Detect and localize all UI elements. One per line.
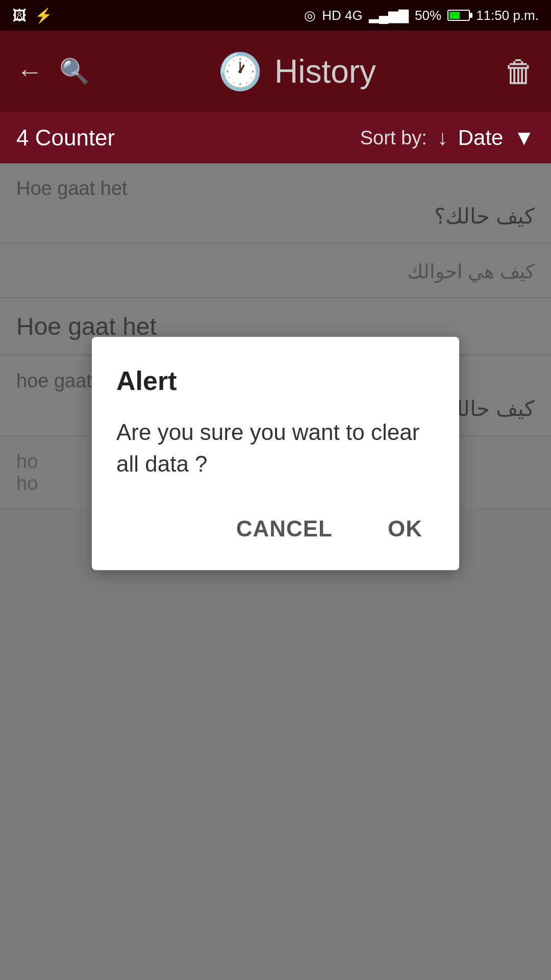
toolbar-title-group: 🕐 History bbox=[106, 51, 488, 92]
status-left-icons: 🖼 ⚡ bbox=[12, 7, 53, 24]
sort-by-label: Sort by: bbox=[360, 127, 427, 149]
status-right-info: ◎ HD 4G ▂▄▆▇ 50% 11:50 p.m. bbox=[304, 8, 539, 23]
dialog-overlay: Alert Are you sure you want to clear all… bbox=[0, 163, 551, 980]
alert-dialog: Alert Are you sure you want to clear all… bbox=[92, 337, 459, 570]
cancel-button[interactable]: CANCEL bbox=[224, 508, 345, 550]
battery-percent: 50% bbox=[415, 8, 441, 23]
sort-chevron-icon: ▼ bbox=[513, 126, 535, 150]
time-display: 11:50 p.m. bbox=[476, 8, 539, 23]
sort-direction-icon: ↓ bbox=[437, 126, 448, 150]
clock-icon: 🕐 bbox=[218, 51, 262, 92]
image-icon: 🖼 bbox=[12, 7, 27, 24]
signal-bars: ▂▄▆▇ bbox=[369, 8, 409, 23]
hd-label: HD 4G bbox=[322, 8, 362, 23]
back-button[interactable]: ← bbox=[16, 56, 43, 87]
counter-label: 4 Counter bbox=[16, 125, 115, 151]
sort-group[interactable]: Sort by: ↓ Date ▼ bbox=[360, 126, 535, 150]
sort-field-value: Date bbox=[458, 126, 504, 150]
content-area: Hoe gaat het كيف حالك؟ كيف هي احوالك Hoe… bbox=[0, 163, 551, 980]
delete-button[interactable]: 🗑 bbox=[504, 54, 535, 89]
ok-button[interactable]: OK bbox=[375, 508, 435, 550]
dialog-title: Alert bbox=[116, 365, 435, 396]
dialog-buttons: CANCEL OK bbox=[116, 508, 435, 550]
status-bar: 🖼 ⚡ ◎ HD 4G ▂▄▆▇ 50% 11:50 p.m. bbox=[0, 0, 551, 31]
dialog-message: Are you sure you want to clear all data … bbox=[116, 416, 435, 479]
search-button[interactable]: 🔍 bbox=[59, 57, 90, 86]
battery-icon bbox=[447, 10, 470, 21]
toolbar: ← 🔍 🕐 History 🗑 bbox=[0, 31, 551, 112]
usb-icon: ⚡ bbox=[35, 7, 53, 24]
page-title: History bbox=[274, 53, 376, 90]
subheader: 4 Counter Sort by: ↓ Date ▼ bbox=[0, 112, 551, 163]
wifi-icon: ◎ bbox=[304, 8, 316, 23]
